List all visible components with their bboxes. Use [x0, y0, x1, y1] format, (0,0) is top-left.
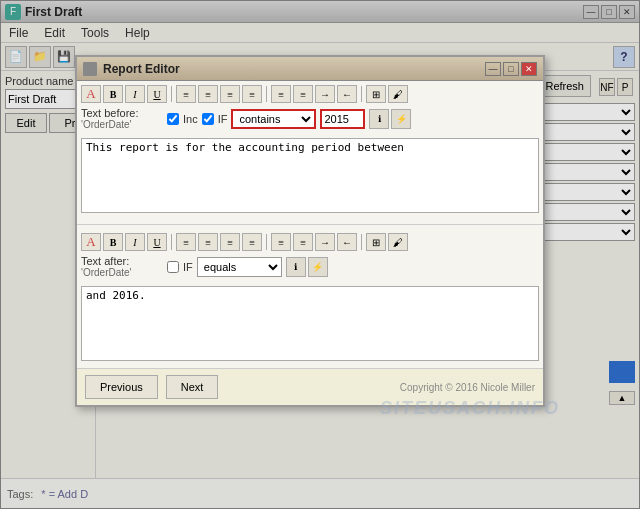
- condition-dropdown-top[interactable]: contains equals starts with: [231, 109, 316, 129]
- if-checkbox-top[interactable]: [202, 113, 214, 125]
- sep1: [171, 86, 172, 102]
- dialog-title-bar: Report Editor — □ ✕: [77, 57, 543, 81]
- align-right-btn[interactable]: ≡: [220, 85, 240, 103]
- align-right-btn-b[interactable]: ≡: [220, 233, 240, 251]
- text-after-row: Text after: 'OrderDate' IF equals contai…: [81, 255, 539, 278]
- text-after-label-block: Text after: 'OrderDate': [81, 255, 161, 278]
- text-area-top[interactable]: This report is for the accounting period…: [81, 138, 539, 213]
- text-after-sub: 'OrderDate': [81, 267, 161, 278]
- top-editor-section: A B I U ≡ ≡ ≡ ≡ ≡ ≡ → ← ⊞ 🖌 Text before:…: [77, 81, 543, 220]
- if-label-bottom: IF: [183, 261, 193, 273]
- text-before-sub: 'OrderDate': [81, 119, 161, 130]
- copyright-text: Copyright © 2016 Nicole Miller: [400, 382, 535, 393]
- justify-btn-b[interactable]: ≡: [242, 233, 262, 251]
- section-divider: [77, 224, 543, 225]
- bold-btn[interactable]: B: [103, 85, 123, 103]
- justify-btn[interactable]: ≡: [242, 85, 262, 103]
- action-btn-bottom[interactable]: ⚡: [308, 257, 328, 277]
- sep6: [361, 234, 362, 250]
- condition-value-top[interactable]: [320, 109, 365, 129]
- next-btn[interactable]: Next: [166, 375, 219, 399]
- dialog-icon: [83, 62, 97, 76]
- text-before-label: Text before:: [81, 107, 161, 119]
- indent-btn-b[interactable]: →: [315, 233, 335, 251]
- text-before-row: Text before: 'OrderDate' Inc IF contains…: [81, 107, 539, 130]
- font-icon-btn-b[interactable]: A: [81, 233, 101, 251]
- top-icon-btns: ℹ ⚡: [369, 109, 411, 129]
- previous-btn[interactable]: Previous: [85, 375, 158, 399]
- list-btn-b[interactable]: ≡: [271, 233, 291, 251]
- sep4: [171, 234, 172, 250]
- sep2: [266, 86, 267, 102]
- table-btn-b[interactable]: ⊞: [366, 233, 386, 251]
- align-center-btn[interactable]: ≡: [198, 85, 218, 103]
- info-btn-bottom[interactable]: ℹ: [286, 257, 306, 277]
- dialog-controls: — □ ✕: [485, 62, 537, 76]
- text-area-bottom[interactable]: and 2016.: [81, 286, 539, 361]
- dialog-minimize-btn[interactable]: —: [485, 62, 501, 76]
- list2-btn-b[interactable]: ≡: [293, 233, 313, 251]
- if-label-top: IF: [218, 113, 228, 125]
- if-block-bottom: IF equals contains starts with ℹ ⚡: [167, 257, 539, 277]
- list-btn[interactable]: ≡: [271, 85, 291, 103]
- text-after-label: Text after:: [81, 255, 161, 267]
- include-checkbox-bottom[interactable]: [167, 261, 179, 273]
- dialog-footer: Previous Next Copyright © 2016 Nicole Mi…: [77, 368, 543, 405]
- condition-dropdown-bottom[interactable]: equals contains starts with: [197, 257, 282, 277]
- report-editor-dialog: Report Editor — □ ✕ A B I U ≡ ≡ ≡ ≡ ≡ ≡ …: [75, 55, 545, 407]
- italic-btn-b[interactable]: I: [125, 233, 145, 251]
- bottom-editor-toolbar: A B I U ≡ ≡ ≡ ≡ ≡ ≡ → ← ⊞ 🖌: [81, 233, 539, 251]
- sep3: [361, 86, 362, 102]
- bottom-icon-btns: ℹ ⚡: [286, 257, 328, 277]
- outdent-btn-b[interactable]: ←: [337, 233, 357, 251]
- top-editor-toolbar: A B I U ≡ ≡ ≡ ≡ ≡ ≡ → ← ⊞ 🖌: [81, 85, 539, 103]
- indent-btn[interactable]: →: [315, 85, 335, 103]
- underline-btn-b[interactable]: U: [147, 233, 167, 251]
- align-left-btn[interactable]: ≡: [176, 85, 196, 103]
- bold-btn-b[interactable]: B: [103, 233, 123, 251]
- text-before-label-block: Text before: 'OrderDate': [81, 107, 161, 130]
- paint-btn[interactable]: 🖌: [388, 85, 408, 103]
- info-btn-top[interactable]: ℹ: [369, 109, 389, 129]
- if-block-top: Inc IF contains equals starts with ℹ ⚡: [167, 109, 539, 129]
- sep5: [266, 234, 267, 250]
- align-center-btn-b[interactable]: ≡: [198, 233, 218, 251]
- action-btn-top[interactable]: ⚡: [391, 109, 411, 129]
- dialog-maximize-btn[interactable]: □: [503, 62, 519, 76]
- font-icon-btn[interactable]: A: [81, 85, 101, 103]
- paint-btn-b[interactable]: 🖌: [388, 233, 408, 251]
- footer-nav: Previous Next: [85, 375, 218, 399]
- list2-btn[interactable]: ≡: [293, 85, 313, 103]
- dialog-title: Report Editor: [103, 62, 485, 76]
- underline-btn[interactable]: U: [147, 85, 167, 103]
- bottom-editor-section: A B I U ≡ ≡ ≡ ≡ ≡ ≡ → ← ⊞ 🖌 Text after: …: [77, 229, 543, 368]
- include-label-top: Inc: [183, 113, 198, 125]
- outdent-btn[interactable]: ←: [337, 85, 357, 103]
- include-checkbox-top[interactable]: [167, 113, 179, 125]
- align-left-btn-b[interactable]: ≡: [176, 233, 196, 251]
- dialog-close-btn[interactable]: ✕: [521, 62, 537, 76]
- table-btn[interactable]: ⊞: [366, 85, 386, 103]
- italic-btn[interactable]: I: [125, 85, 145, 103]
